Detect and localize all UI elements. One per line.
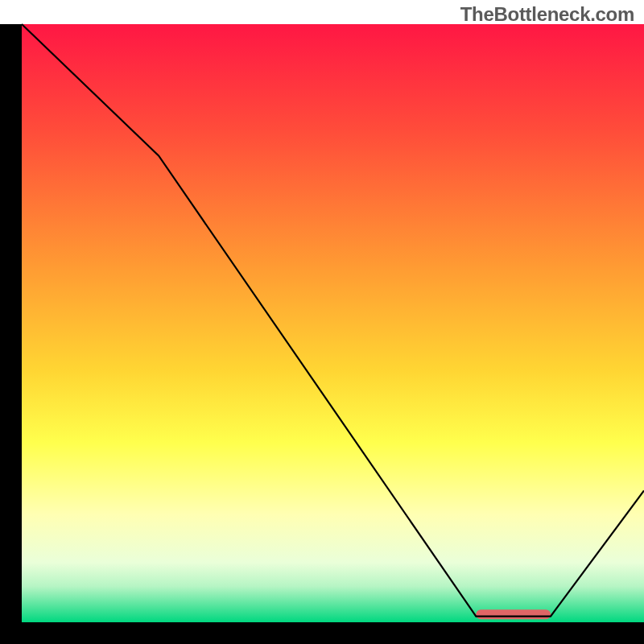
- watermark-text: TheBottleneck.com: [460, 3, 634, 26]
- y-axis: [0, 24, 22, 644]
- bottleneck-chart: [0, 0, 644, 644]
- x-axis: [0, 622, 644, 644]
- optimal-range-marker: [476, 609, 551, 619]
- chart-container: TheBottleneck.com: [0, 0, 644, 644]
